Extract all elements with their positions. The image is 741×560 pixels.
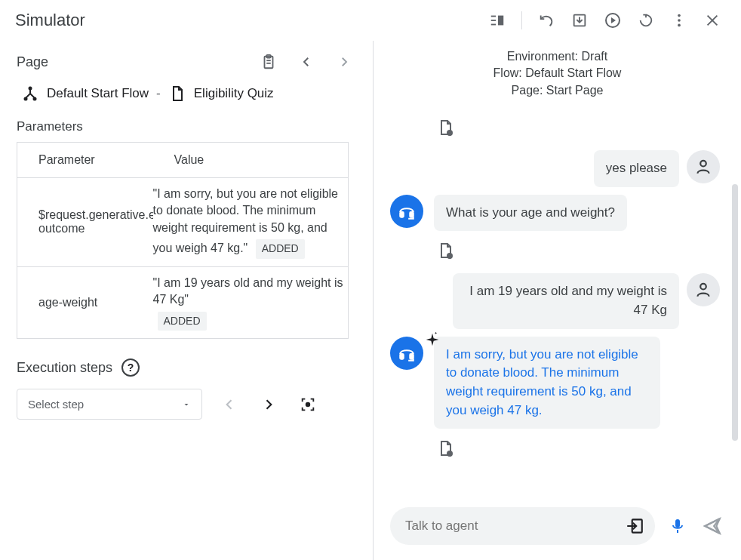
param-name-cell: $request.generative.eligibility outcome (17, 178, 153, 267)
select-placeholder: Select step (28, 398, 84, 411)
exit-to-app-icon[interactable] (625, 516, 644, 536)
close-button[interactable] (699, 7, 726, 34)
person-icon (693, 157, 713, 177)
chevron-left-icon (222, 397, 237, 412)
param-header: Parameter (17, 143, 153, 178)
app-title: Simulator (15, 11, 85, 30)
chat-scrollbar[interactable] (732, 184, 738, 456)
document-info-icon: i (437, 242, 455, 260)
flow-icon (21, 85, 39, 103)
svg-point-8 (678, 24, 681, 27)
svg-point-16 (306, 402, 310, 406)
svg-point-19 (700, 161, 706, 167)
left-panel: Page Default Start Flow - Eligibility Qu… (0, 41, 374, 560)
svg-rect-0 (491, 16, 496, 17)
document-info-icon: i (437, 439, 455, 457)
center-focus-icon (300, 396, 316, 413)
mic-button[interactable] (666, 514, 690, 538)
svg-point-6 (678, 14, 681, 17)
svg-rect-25 (400, 354, 403, 359)
svg-rect-1 (491, 20, 496, 21)
chat-area: i yes please What is your age and weight… (374, 103, 741, 497)
svg-rect-3 (498, 16, 503, 26)
environment-info: Environment: Draft Flow: Default Start F… (374, 41, 741, 103)
response-detail-button[interactable]: i (434, 436, 458, 460)
dropdown-arrow-icon (182, 400, 191, 409)
panel-toggle-button[interactable] (484, 7, 511, 34)
env-line: Page: Start Page (374, 82, 741, 99)
close-icon (704, 12, 721, 29)
added-badge: ADDED (158, 312, 207, 331)
more-vert-icon (671, 12, 687, 29)
help-icon[interactable]: ? (121, 358, 140, 377)
response-detail-row: i (434, 115, 720, 140)
param-value-cell: "I am 19 years old and my weight is 47 K… (153, 266, 349, 338)
param-value-text: "I am 19 years old and my weight is 47 K… (153, 276, 343, 306)
svg-point-7 (678, 19, 681, 22)
execution-controls: Select step (17, 389, 356, 420)
chat-text-input[interactable] (405, 518, 625, 534)
agent-avatar-generative (390, 337, 423, 370)
execution-header: Execution steps ? (17, 358, 356, 377)
param-value-cell: "I am sorry, but you are not eligible to… (153, 178, 349, 267)
response-detail-button[interactable]: i (434, 238, 458, 263)
header-toolbar (484, 7, 726, 34)
env-line: Flow: Default Start Flow (374, 65, 741, 82)
clipboard-icon (260, 53, 277, 71)
breadcrumb-page: Eligibility Quiz (194, 86, 274, 101)
svg-rect-2 (491, 24, 496, 26)
send-icon (703, 516, 722, 536)
svg-rect-30 (675, 519, 680, 528)
refresh-button[interactable] (632, 7, 660, 34)
user-bubble: I am 19 years old and my weight is 47 Kg (453, 273, 679, 328)
scrollbar-thumb[interactable] (732, 184, 738, 441)
person-icon (693, 280, 713, 300)
focus-button[interactable] (296, 392, 320, 417)
agent-message-row: I am sorry, but you are not eligible to … (390, 337, 720, 429)
breadcrumb-sep: - (156, 86, 161, 101)
mic-icon (669, 517, 687, 535)
chat-input-field[interactable] (390, 507, 655, 545)
param-value-text: "I am sorry, but you are not eligible to… (153, 187, 339, 254)
step-next-button[interactable] (257, 392, 281, 417)
chevron-right-icon (337, 55, 351, 69)
sparkle-icon (425, 332, 440, 347)
parameters-title: Parameters (17, 119, 356, 134)
agent-avatar (390, 195, 423, 228)
page-prev-button[interactable] (294, 50, 318, 74)
breadcrumb: Default Start Flow - Eligibility Quiz (17, 85, 356, 103)
undo-icon (538, 12, 555, 29)
page-icon (168, 85, 186, 103)
response-detail-button[interactable]: i (434, 115, 458, 140)
panel-icon (489, 12, 506, 29)
added-badge: ADDED (256, 239, 305, 259)
page-next-button[interactable] (332, 50, 356, 74)
step-prev-button[interactable] (217, 392, 241, 417)
execution-title: Execution steps (17, 360, 112, 376)
save-icon (571, 12, 588, 29)
env-line: Environment: Draft (374, 48, 741, 65)
chat-input-bar (374, 497, 741, 560)
user-avatar (687, 150, 720, 183)
clipboard-button[interactable] (257, 50, 281, 74)
save-button[interactable] (566, 7, 593, 34)
table-row: age-weight "I am 19 years old and my wei… (17, 266, 349, 338)
svg-point-15 (33, 97, 37, 101)
breadcrumb-flow: Default Start Flow (47, 86, 149, 101)
user-message-row: yes please (390, 150, 720, 187)
play-button[interactable] (599, 7, 626, 34)
select-step-dropdown[interactable]: Select step (17, 389, 202, 420)
user-message-row: I am 19 years old and my weight is 47 Kg (390, 273, 720, 328)
svg-rect-26 (410, 354, 413, 359)
play-icon (604, 11, 622, 29)
agent-bubble: What is your age and weight? (434, 195, 627, 232)
agent-bubble-generative: I am sorry, but you are not eligible to … (434, 337, 660, 429)
app-header: Simulator (0, 0, 741, 41)
send-button[interactable] (700, 514, 724, 538)
more-button[interactable] (666, 7, 693, 34)
right-panel: Environment: Draft Flow: Default Start F… (374, 41, 741, 560)
refresh-icon (638, 12, 654, 29)
response-detail-row: i (434, 436, 720, 460)
chevron-right-icon (261, 397, 276, 412)
undo-button[interactable] (533, 7, 560, 34)
